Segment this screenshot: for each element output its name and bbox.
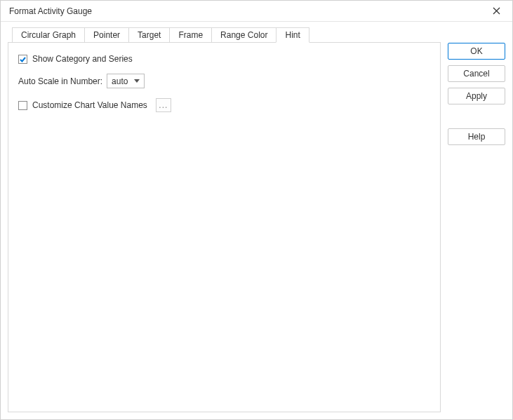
auto-scale-select[interactable]: auto [107,74,145,88]
auto-scale-row: Auto Scale in Number: auto [18,74,430,88]
show-category-row: Show Category and Series [18,54,430,64]
button-label: Apply [466,91,487,101]
show-category-checkbox[interactable] [18,55,27,64]
button-gap [448,110,505,123]
tab-label: Target [138,30,161,40]
button-label: Cancel [463,69,489,79]
hint-panel: Show Category and Series Auto Scale in N… [8,42,441,412]
dialog-title: Format Activity Gauge [9,6,92,16]
customize-row: Customize Chart Value Names ... [18,98,430,112]
dropdown-arrow [131,79,142,83]
dialog-body: Circular Graph Pointer Target Frame Rang… [1,22,512,419]
ok-button[interactable]: OK [448,43,505,60]
tab-frame[interactable]: Frame [169,27,212,43]
apply-button[interactable]: Apply [448,88,505,104]
tab-target[interactable]: Target [128,27,170,43]
tab-range-color[interactable]: Range Color [211,27,277,43]
tab-label: Range Color [220,30,267,40]
tab-circular-graph[interactable]: Circular Graph [12,27,85,43]
tabs-row: Circular Graph Pointer Target Frame Rang… [8,27,441,43]
customize-checkbox[interactable] [18,101,27,110]
main-area: Circular Graph Pointer Target Frame Rang… [8,27,441,412]
auto-scale-label: Auto Scale in Number: [18,76,102,86]
cancel-button[interactable]: Cancel [448,65,505,82]
tab-label: Circular Graph [21,30,76,40]
button-label: Help [468,132,486,142]
auto-scale-value: auto [112,76,131,86]
close-button[interactable] [486,1,507,21]
button-label: OK [470,46,482,56]
help-button[interactable]: Help [448,128,505,145]
side-buttons: OK Cancel Apply Help [448,27,505,412]
customize-dots-button[interactable]: ... [156,98,171,112]
close-icon [493,7,500,15]
tab-pointer[interactable]: Pointer [84,27,129,43]
customize-label: Customize Chart Value Names [32,100,147,110]
titlebar: Format Activity Gauge [1,1,512,22]
tab-label: Frame [178,30,203,40]
tab-label: Pointer [93,30,120,40]
svg-marker-2 [134,79,140,83]
checkmark-icon [19,55,27,63]
chevron-down-icon [134,79,140,83]
tab-hint[interactable]: Hint [276,27,309,43]
tab-label: Hint [285,30,300,40]
show-category-label: Show Category and Series [32,54,133,64]
